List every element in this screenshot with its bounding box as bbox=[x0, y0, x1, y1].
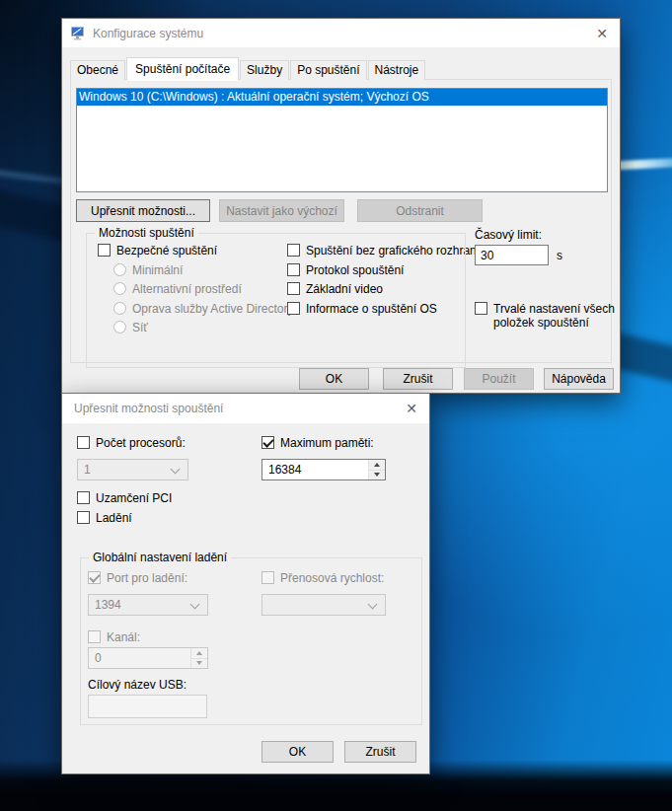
chevron-down-icon bbox=[368, 600, 378, 610]
spinner-down-icon bbox=[196, 661, 202, 665]
system-configuration-dialog: Konfigurace systému ✕ Obecné Spuštění po… bbox=[61, 18, 621, 394]
ok-button[interactable]: OK bbox=[299, 368, 369, 390]
tab-po-spusteni[interactable]: Po spuštění bbox=[290, 60, 366, 80]
checkbox-label: Maximum paměti: bbox=[280, 436, 374, 450]
help-button[interactable]: Nápověda bbox=[544, 368, 614, 390]
checkbox-pci-lock[interactable]: Uzamčení PCI bbox=[77, 491, 172, 505]
tab-obecne[interactable]: Obecné bbox=[70, 60, 125, 80]
spinner-up-button[interactable] bbox=[368, 460, 385, 470]
dialog-title: Upřesnit možnosti spouštění bbox=[74, 402, 223, 415]
checkbox-icon-disabled bbox=[261, 571, 274, 584]
delete-button: Odstranit bbox=[357, 199, 483, 222]
tab-sluzby[interactable]: Služby bbox=[240, 60, 289, 80]
checkbox-channel: Kanál: bbox=[88, 630, 140, 644]
close-icon[interactable]: ✕ bbox=[584, 19, 620, 47]
set-as-default-button: Nastavit jako výchozí bbox=[219, 199, 344, 222]
checkbox-baud-rate: Přenosová rychlost: bbox=[261, 571, 384, 585]
checkbox-num-processors[interactable]: Počet procesorů: bbox=[77, 436, 186, 450]
titlebar[interactable]: Konfigurace systému ✕ bbox=[62, 19, 620, 47]
checkbox-label: Uzamčení PCI bbox=[96, 491, 172, 505]
msconfig-icon bbox=[70, 26, 86, 41]
checkbox-icon-checked-disabled bbox=[88, 571, 101, 584]
checkbox-icon-disabled bbox=[88, 630, 101, 643]
spinner-up-button bbox=[190, 648, 207, 658]
chevron-down-icon bbox=[190, 600, 200, 610]
spinner-down-icon bbox=[374, 473, 380, 477]
checkbox-label: Kanál: bbox=[107, 630, 140, 644]
num-processors-dropdown: 1 bbox=[77, 459, 188, 480]
debug-port-dropdown: 1394 bbox=[88, 594, 208, 616]
checkbox-label: Port pro ladění: bbox=[107, 571, 187, 585]
checkbox-label: Přenosová rychlost: bbox=[280, 571, 384, 585]
checkbox-icon-checked bbox=[261, 436, 274, 449]
checkbox-icon bbox=[475, 302, 487, 315]
spinner-up-icon bbox=[374, 463, 380, 467]
dialog-title: Konfigurace systému bbox=[93, 27, 203, 40]
dropdown-value: 1 bbox=[84, 463, 91, 477]
boot-entries-list[interactable]: Windows 10 (C:\Windows) : Aktuální opera… bbox=[76, 88, 608, 192]
checkbox-make-permanent[interactable]: Trvalé nastavení všech položek spouštění bbox=[475, 302, 623, 330]
checkbox-label: Trvalé nastavení všech položek spouštění bbox=[493, 302, 623, 330]
tab-strip: Obecné Spuštění počítače Služby Po spušt… bbox=[70, 59, 426, 80]
checkbox-icon bbox=[77, 511, 90, 524]
titlebar[interactable]: Upřesnit možnosti spouštění ✕ bbox=[62, 394, 429, 423]
cancel-button[interactable]: Zrušit bbox=[383, 368, 453, 390]
usb-target-label: Cílový název USB: bbox=[88, 678, 187, 692]
max-memory-spinner[interactable]: 16384 bbox=[261, 459, 386, 480]
usb-target-input bbox=[88, 695, 207, 718]
checkbox-label: Počet procesorů: bbox=[96, 436, 186, 450]
checkbox-max-memory[interactable]: Maximum paměti: bbox=[261, 436, 374, 450]
spinner-down-button bbox=[190, 658, 207, 669]
close-icon[interactable]: ✕ bbox=[394, 394, 429, 423]
dropdown-value: 1394 bbox=[95, 598, 121, 612]
tab-spusteni-pocitace[interactable]: Spuštění počítače bbox=[126, 57, 239, 81]
boot-options-group: Možnosti spuštění bbox=[86, 233, 466, 368]
checkbox-debug[interactable]: Ladění bbox=[77, 511, 132, 525]
list-item[interactable]: Windows 10 (C:\Windows) : Aktuální opera… bbox=[77, 89, 607, 106]
spinner-value: 0 bbox=[95, 648, 102, 668]
checkbox-icon bbox=[77, 436, 90, 449]
spinner-down-button[interactable] bbox=[368, 470, 385, 480]
apply-button: Použít bbox=[464, 368, 534, 390]
checkbox-label: Ladění bbox=[96, 511, 132, 525]
baud-rate-dropdown bbox=[261, 594, 386, 616]
spinner-up-icon bbox=[196, 651, 202, 655]
channel-spinner: 0 bbox=[88, 647, 208, 669]
ok-button[interactable]: OK bbox=[261, 741, 334, 763]
chevron-down-icon bbox=[171, 465, 181, 475]
group-title: Možnosti spuštění bbox=[95, 226, 198, 240]
checkbox-debug-port: Port pro ladění: bbox=[88, 571, 187, 585]
group-title: Globální nastavení ladění bbox=[89, 551, 231, 564]
checkbox-icon bbox=[77, 491, 90, 504]
advanced-boot-options-dialog: Upřesnit možnosti spouštění ✕ Počet proc… bbox=[61, 393, 430, 774]
spinner-value: 16384 bbox=[268, 460, 301, 479]
tab-nastroje[interactable]: Nástroje bbox=[368, 60, 426, 80]
cancel-button[interactable]: Zrušit bbox=[344, 741, 416, 763]
advanced-options-button[interactable]: Upřesnit možnosti... bbox=[76, 199, 210, 222]
